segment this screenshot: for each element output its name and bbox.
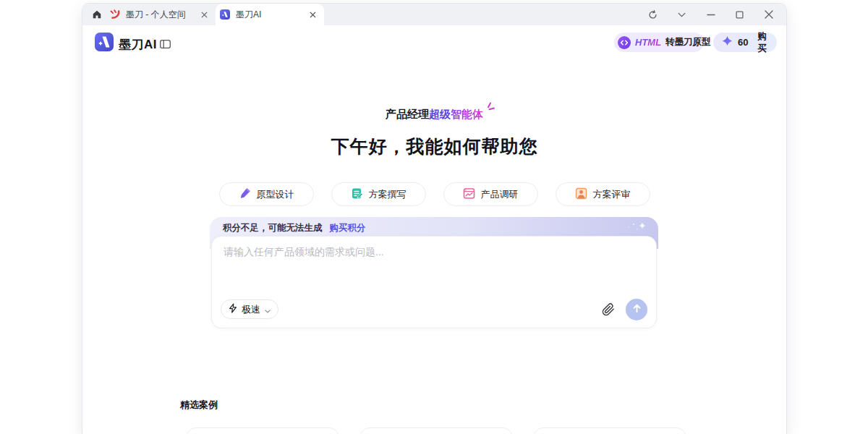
reviewer-icon — [575, 187, 587, 202]
credits-count: 60 — [738, 37, 748, 48]
prompt-input-card: 极速 — [211, 236, 657, 328]
case-card[interactable] — [359, 427, 513, 434]
mockingbot-logo-icon — [110, 9, 120, 20]
notice-message: 积分不足，可能无法生成 — [223, 223, 323, 233]
sidebar-toggle-icon[interactable] — [160, 38, 171, 47]
chevron-down-icon[interactable] — [677, 10, 686, 20]
action-label: 产品调研 — [481, 188, 519, 201]
greeting-title: 下午好，我能如何帮助您 — [82, 134, 786, 158]
tab-title: 墨刀AI — [236, 9, 304, 21]
case-card[interactable] — [186, 427, 339, 434]
featured-cases-heading: 精选案例 — [180, 399, 218, 412]
speed-mode-dropdown[interactable]: 极速 — [221, 299, 278, 319]
action-product-research[interactable]: 产品调研 — [443, 182, 538, 206]
html-label: HTML — [635, 37, 661, 48]
modao-ai-logo-icon — [220, 9, 230, 20]
subtitle-gradient: 智能体 — [451, 108, 483, 120]
hero-subtitle: 产品经理超级智能体 — [82, 106, 786, 123]
tab-modao-ai[interactable]: 墨刀AI — [216, 4, 324, 25]
notice-text: 积分不足，可能无法生成购买积分 — [223, 221, 366, 234]
buy-label: 购买 — [757, 30, 768, 55]
send-arrow-icon — [631, 303, 642, 316]
header-divider — [153, 38, 153, 47]
paperclip-icon[interactable] — [602, 303, 615, 316]
maximize-icon[interactable] — [735, 10, 744, 20]
close-icon[interactable] — [198, 9, 210, 20]
html-to-prototype-button[interactable]: HTML 转墨刀原型 — [614, 33, 704, 52]
refresh-icon[interactable] — [648, 10, 658, 20]
composer: 积分不足，可能无法生成购买积分 极速 — [210, 217, 658, 331]
minimize-icon[interactable] — [706, 10, 715, 20]
action-prototype-design[interactable]: 原型设计 — [219, 182, 314, 206]
pen-icon — [239, 187, 251, 202]
buy-credits-link[interactable]: 购买积分 — [330, 223, 366, 233]
action-label: 方案撰写 — [369, 188, 407, 201]
action-plan-review[interactable]: 方案评审 — [556, 182, 650, 206]
action-label: 原型设计 — [257, 188, 294, 201]
sparkle-icon — [722, 35, 733, 49]
mode-label: 极速 — [242, 303, 260, 316]
document-edit-icon — [351, 187, 363, 202]
convert-label: 转墨刀原型 — [665, 36, 711, 48]
chart-window-icon — [463, 187, 475, 202]
close-icon[interactable] — [764, 10, 773, 20]
credits-buy-button[interactable]: 60 购买 — [713, 33, 777, 52]
subtitle-highlight: 超级 — [429, 108, 451, 120]
modao-ai-logo-icon — [95, 33, 114, 51]
send-button[interactable] — [626, 299, 647, 320]
action-plan-writing[interactable]: 方案撰写 — [331, 182, 426, 206]
chevron-down-icon — [265, 303, 271, 316]
code-icon — [618, 36, 631, 49]
window-controls — [648, 4, 773, 25]
tab-modao-personal-space[interactable]: 墨刀 - 个人空间 — [106, 4, 216, 25]
browser-tab-strip: 墨刀 - 个人空间 墨刀AI — [82, 4, 786, 25]
home-icon[interactable] — [92, 9, 102, 20]
lightning-icon — [229, 303, 237, 316]
quick-actions-row: 原型设计 方案撰写 产品调研 方案评审 — [82, 182, 786, 206]
subtitle-prefix: 产品经理 — [386, 108, 429, 120]
prompt-input[interactable] — [212, 237, 656, 293]
brand-name: 墨刀AI — [119, 35, 157, 54]
close-icon[interactable] — [307, 9, 318, 20]
case-card[interactable] — [533, 427, 686, 434]
action-label: 方案评审 — [593, 188, 631, 201]
tab-title: 墨刀 - 个人空间 — [126, 9, 195, 21]
browser-window: 墨刀 - 个人空间 墨刀AI — [82, 3, 787, 434]
